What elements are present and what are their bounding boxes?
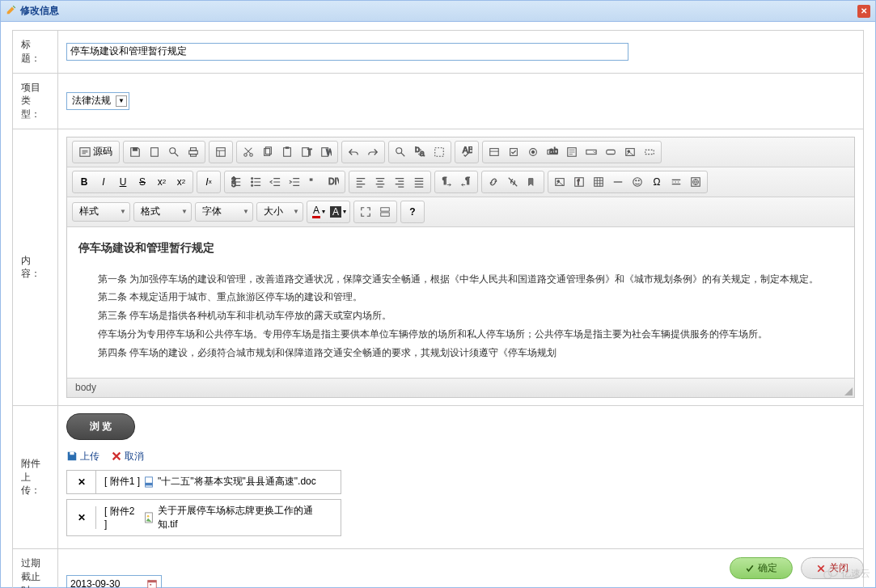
- pagebreak-icon[interactable]: [667, 173, 686, 191]
- svg-point-50: [633, 178, 642, 187]
- numbered-list-icon[interactable]: 123: [226, 173, 246, 191]
- italic-icon[interactable]: I: [94, 173, 113, 191]
- delete-attachment-button[interactable]: ✕: [67, 471, 96, 493]
- editor-body[interactable]: 停车场建设和管理暂行规定 第一条 为加强停车场的建设和管理，改善道路交通状况，保…: [67, 227, 854, 378]
- indent-icon[interactable]: [285, 173, 304, 191]
- align-right-icon[interactable]: [390, 173, 409, 191]
- find-icon[interactable]: [391, 143, 410, 161]
- new-page-icon[interactable]: [145, 143, 164, 161]
- replace-icon[interactable]: ba: [410, 143, 430, 161]
- maximize-icon[interactable]: [356, 203, 375, 221]
- dialog: 修改信息 ✕ 标题： 项目类型： 法律法规 ▼ 内容：: [0, 0, 876, 588]
- svg-rect-49: [595, 178, 603, 187]
- svg-rect-21: [435, 148, 444, 157]
- div-icon[interactable]: DIV: [324, 173, 343, 191]
- svg-point-8: [244, 154, 248, 157]
- dialog-buttons: 确定 关闭: [730, 557, 864, 579]
- close-button[interactable]: ✕: [857, 5, 870, 18]
- paste-word-icon[interactable]: W: [316, 143, 336, 161]
- special-char-icon[interactable]: Ω: [647, 173, 667, 191]
- attachments-label: 附件上传：: [13, 405, 58, 548]
- imagebutton-icon[interactable]: [620, 143, 640, 161]
- bold-icon[interactable]: B: [74, 173, 94, 191]
- select-all-icon[interactable]: [430, 143, 449, 161]
- hr-icon[interactable]: [608, 173, 628, 191]
- subscript-icon[interactable]: x2: [152, 173, 171, 191]
- svg-text:3: 3: [231, 179, 236, 188]
- calendar-icon: [146, 578, 158, 588]
- source-button[interactable]: 源码: [74, 143, 117, 161]
- select-icon[interactable]: [582, 143, 601, 161]
- browse-button[interactable]: 浏 览: [66, 413, 135, 440]
- rtl-icon[interactable]: ¶: [456, 173, 476, 191]
- unlink-icon[interactable]: [503, 173, 523, 191]
- align-left-icon[interactable]: [351, 173, 370, 191]
- element-path[interactable]: body: [75, 382, 96, 393]
- radio-icon[interactable]: [523, 143, 543, 161]
- cancel-button[interactable]: 关闭: [801, 557, 864, 579]
- paragraph: 第一条 为加强停车场的建设和管理，改善道路交通状况，保障交通安全畅通，根据《中华…: [78, 270, 843, 289]
- flash-icon[interactable]: f: [569, 173, 589, 191]
- templates-icon[interactable]: [211, 143, 231, 161]
- svg-text:¶: ¶: [442, 176, 447, 185]
- cancel-link[interactable]: 取消: [111, 450, 144, 463]
- anchor-icon[interactable]: [523, 173, 542, 191]
- svg-point-26: [531, 150, 535, 154]
- svg-text:ABC: ABC: [463, 146, 472, 154]
- strike-icon[interactable]: S: [133, 173, 152, 191]
- link-icon[interactable]: [484, 173, 503, 191]
- align-justify-icon[interactable]: [409, 173, 429, 191]
- upload-link[interactable]: 上传: [66, 450, 99, 463]
- ltr-icon[interactable]: ¶: [437, 173, 456, 191]
- form: 标题： 项目类型： 法律法规 ▼ 内容：: [1, 22, 875, 588]
- text-color-icon[interactable]: A▾: [309, 203, 328, 221]
- ok-button[interactable]: 确定: [730, 557, 793, 579]
- svg-rect-24: [510, 149, 518, 156]
- bg-color-icon[interactable]: A▾: [328, 203, 348, 221]
- font-combo[interactable]: 字体▼: [195, 202, 253, 222]
- preview-icon[interactable]: [164, 143, 184, 161]
- cut-icon[interactable]: [239, 143, 258, 161]
- iframe-icon[interactable]: [686, 173, 705, 191]
- image-icon[interactable]: [550, 173, 569, 191]
- remove-format-icon[interactable]: Ix: [199, 173, 218, 191]
- svg-point-9: [250, 154, 253, 157]
- svg-text:ab: ab: [549, 146, 558, 155]
- spellcheck-icon[interactable]: ABC: [457, 143, 476, 161]
- bullet-list-icon[interactable]: [246, 173, 265, 191]
- table-icon[interactable]: [589, 173, 608, 191]
- button-icon[interactable]: [601, 143, 620, 161]
- deadline-input[interactable]: 2013-09-30: [66, 575, 162, 588]
- outdent-icon[interactable]: [265, 173, 285, 191]
- textarea-icon[interactable]: [562, 143, 582, 161]
- copy-icon[interactable]: [258, 143, 277, 161]
- style-combo[interactable]: 样式▼: [72, 202, 130, 222]
- size-combo[interactable]: 大小▼: [256, 202, 303, 222]
- form-icon[interactable]: [485, 143, 504, 161]
- save-icon[interactable]: [125, 143, 145, 161]
- undo-icon[interactable]: [344, 143, 363, 161]
- align-center-icon[interactable]: [370, 173, 390, 191]
- toolbar-row-3: 样式▼ 格式▼ 字体▼ 大小▼ A▾ A▾: [67, 197, 854, 227]
- smiley-icon[interactable]: [628, 173, 647, 191]
- svg-rect-13: [286, 147, 289, 149]
- textfield-icon[interactable]: ab: [543, 143, 562, 161]
- paste-icon[interactable]: [277, 143, 297, 161]
- superscript-icon[interactable]: x2: [171, 173, 191, 191]
- category-select[interactable]: 法律法规 ▼: [66, 92, 129, 110]
- attachment-item: ✕ [ 附件2 ]关于开展停车场标志牌更换工作的通知.tif: [66, 499, 341, 536]
- show-blocks-icon[interactable]: [375, 203, 395, 221]
- blockquote-icon[interactable]: ": [304, 173, 324, 191]
- underline-icon[interactable]: U: [113, 173, 133, 191]
- checkbox-icon[interactable]: [504, 143, 523, 161]
- hidden-field-icon[interactable]: [640, 143, 659, 161]
- about-icon[interactable]: ?: [403, 203, 422, 221]
- svg-text:W: W: [326, 147, 332, 157]
- resize-grip-icon[interactable]: [844, 387, 853, 396]
- redo-icon[interactable]: [363, 143, 383, 161]
- delete-attachment-button[interactable]: ✕: [67, 506, 96, 529]
- title-input[interactable]: [66, 43, 628, 61]
- format-combo[interactable]: 格式▼: [133, 202, 192, 222]
- paste-text-icon[interactable]: T: [297, 143, 316, 161]
- print-icon[interactable]: [184, 143, 203, 161]
